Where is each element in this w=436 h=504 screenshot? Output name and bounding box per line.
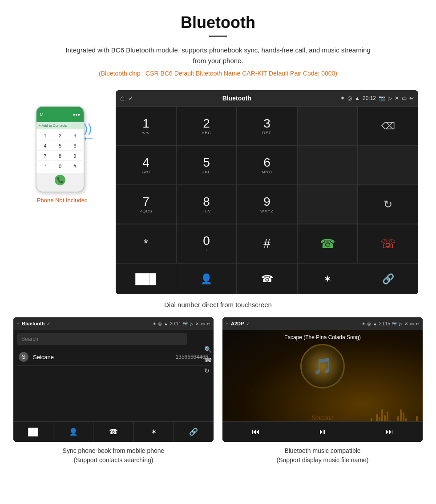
bluetooth-mini-button[interactable]: ✶ [134,422,174,442]
dial-5[interactable]: 5JKL [176,146,237,185]
call-red-icon: ☏ [380,236,396,251]
back-icon[interactable]: ↩ [409,95,414,101]
phone-screen: M... ●●● [36,107,84,122]
dial-9[interactable]: 9WXYZ [237,185,297,224]
usb-icon: ✓ [128,95,133,102]
phonebook-caption: Sync phone-book from mobile phone (Suppo… [63,446,165,465]
empty-2 [358,146,418,185]
usb-icon-mini: ✓ [47,321,50,326]
next-button[interactable]: ⏭ [356,427,423,436]
phonebook-bottom-bar: ██ 👤 ☎ ✶ 🔗 [13,421,214,442]
music-controls: ⏮ ⏯ ⏭ [222,421,423,442]
music-topbar-left: ⌂ A2DP ✓ [226,321,250,326]
dial-star[interactable]: * [116,224,176,263]
music-panel: ⌂ A2DP ✓ ✶ ◎ ▲ 20:15 📷 ▷ ✕ ▭ ↩ [222,317,423,465]
home-icon[interactable]: ⌂ [120,94,125,102]
contacts-button[interactable]: 👤 [176,264,237,294]
music-screen: ⌂ A2DP ✓ ✶ ◎ ▲ 20:15 📷 ▷ ✕ ▭ ↩ [222,317,423,442]
music-caption: Bluetooth music compatible (Support disp… [277,446,369,465]
location-icon: ◎ [347,95,352,101]
phonebook-screen: ⌂ Bluetooth ✓ ✶ ◎ ▲ 20:11 📷 ▷ ✕ ▭ ↩ [13,317,214,442]
prev-button[interactable]: ⏮ [222,427,289,436]
backspace-icon: ⌫ [381,120,395,132]
screen-icon: ▭ [402,95,407,101]
home-icon-mini: ⌂ [17,321,20,326]
link-mini-button[interactable]: 🔗 [174,422,214,442]
dial-1[interactable]: 1∿∿ [116,107,176,146]
phone-wrapper: M... ●●● + Add to Contacts 1 2 3 4 5 6 7… [36,104,89,192]
link-button[interactable]: 🔗 [358,264,418,294]
empty-1 [297,146,358,185]
song-title: Escape (The Pina Colada Song) [284,334,361,340]
bluetooth-signal-icon: )) ⭠ [84,121,93,145]
car-dialpad-screen: ⌂ ✓ Bluetooth ✶ ◎ ▲ 20:12 📷 ▷ ✕ ▭ ↩ 1∿∿ … [116,90,418,294]
album-art: 🎵 [300,344,345,388]
dialpad: 1∿∿ 2ABC 3DEF ⌫ 4GHI 5JKL 6MNO 7PQRS 8TU… [116,106,418,263]
phone-section: M... ●●● + Add to Contacts 1 2 3 4 5 6 7… [18,90,107,204]
dial-4[interactable]: 4GHI [116,146,176,185]
call-button[interactable]: ☎ [297,224,358,263]
grid-mini-button[interactable]: ██ [13,422,53,442]
car-bottom-bar: ███ 👤 ☎ ✶ 🔗 [116,263,418,294]
phone-button[interactable]: ☎ [237,264,297,294]
dial-hash[interactable]: # [237,224,297,263]
close-icon[interactable]: ✕ [395,95,399,101]
grid-view-button[interactable]: ███ [116,264,176,294]
dial-2[interactable]: 2ABC [176,107,237,146]
phonebook-topbar-left: ⌂ Bluetooth ✓ [17,321,50,326]
dial-7[interactable]: 7PQRS [116,185,176,224]
dial-caption: Dial number direct from touchscreen [0,301,436,308]
call-sidebar-icon[interactable]: ☎ [204,356,212,364]
top-section: M... ●●● + Add to Contacts 1 2 3 4 5 6 7… [0,90,436,294]
refresh-button[interactable]: ↻ [358,185,418,224]
car-screen-title: Bluetooth [222,95,251,102]
bluetooth-button[interactable]: ✶ [298,264,358,294]
search-input[interactable] [17,333,187,345]
phonebook-topbar: ⌂ Bluetooth ✓ ✶ ◎ ▲ 20:11 📷 ▷ ✕ ▭ ↩ [13,317,214,330]
music-note-icon: 🎵 [313,357,333,376]
dial-0[interactable]: 0+ [176,224,237,263]
bluetooth-status-icon: ✶ [340,95,345,101]
play-pause-button[interactable]: ⏯ [289,427,356,436]
time-display: 20:12 [363,95,376,101]
contact-row[interactable]: S Seicane 13566664466 [17,348,210,366]
sync-sidebar-icon[interactable]: ↻ [204,367,212,374]
camera-icon: 📷 [379,95,385,101]
phone-body: M... ●●● + Add to Contacts 1 2 3 4 5 6 7… [36,106,85,192]
contact-mini-button[interactable]: 👤 [53,422,93,442]
music-title-bar: A2DP [231,321,244,326]
music-topbar-right: ✶ ◎ ▲ 20:15 📷 ▷ ✕ ▭ ↩ [362,321,419,326]
phone-call-button: 📞 [55,175,65,185]
phonebook-panel: ⌂ Bluetooth ✓ ✶ ◎ ▲ 20:11 📷 ▷ ✕ ▭ ↩ [13,317,214,465]
phonebook-title: Bluetooth [22,321,44,326]
phone-mini-button[interactable]: ☎ [93,422,133,442]
signal-icon: ▲ [355,95,360,101]
car-topbar-right: ✶ ◎ ▲ 20:12 📷 ▷ ✕ ▭ ↩ [340,95,414,101]
end-call-button[interactable]: ☏ [358,224,418,263]
volume-icon: ▷ [388,95,392,101]
dial-display [297,107,358,146]
bluetooth-specs: (Bluetooth chip : CSR BC6 Default Blueto… [9,70,427,77]
page-description: Integrated with BC6 Bluetooth module, su… [62,45,374,66]
contact-name: Seicane [33,354,171,360]
page-header: Bluetooth Integrated with BC6 Bluetooth … [0,0,436,90]
empty-3 [297,185,358,224]
dial-3[interactable]: 3DEF [237,107,297,146]
bottom-section: ⌂ Bluetooth ✓ ✶ ◎ ▲ 20:11 📷 ▷ ✕ ▭ ↩ [0,317,436,465]
page-title: Bluetooth [9,13,427,32]
refresh-icon: ↻ [384,198,392,211]
phone-dial-grid: 1 2 3 4 5 6 7 8 9 * 0 # [36,129,84,173]
call-green-icon: ☎ [320,236,335,251]
contact-number: 13566664466 [176,354,208,360]
car-topbar-left: ⌂ ✓ [120,94,133,102]
backspace-button[interactable]: ⌫ [358,107,418,146]
search-sidebar-icon[interactable]: 🔍 [204,346,212,353]
car-topbar: ⌂ ✓ Bluetooth ✶ ◎ ▲ 20:12 📷 ▷ ✕ ▭ ↩ [116,90,418,106]
phonebook-topbar-right: ✶ ◎ ▲ 20:11 📷 ▷ ✕ ▭ ↩ [153,321,210,326]
phonebook-content: S Seicane 13566664466 🔍 ☎ ↻ [13,330,214,369]
contact-letter: S [19,352,28,362]
dial-8[interactable]: 8TUV [176,185,237,224]
phonebook-sidebar: 🔍 ☎ ↻ [204,346,212,374]
dial-6[interactable]: 6MNO [237,146,297,185]
phone-not-included-label: Phone Not Included [37,197,88,204]
